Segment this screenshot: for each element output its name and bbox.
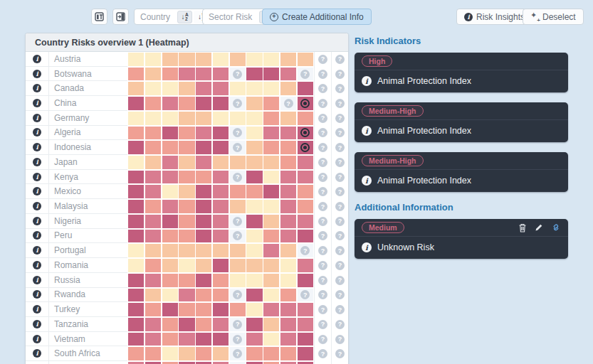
heat-cell[interactable] [246, 215, 262, 228]
heat-cell[interactable] [263, 230, 279, 243]
row-question-button-1[interactable]: ? [314, 214, 331, 229]
heat-cell-unknown[interactable]: ? [280, 97, 296, 110]
heat-cell-unknown[interactable]: ? [298, 244, 313, 257]
heat-cell[interactable] [280, 347, 296, 360]
heat-cell[interactable] [246, 318, 262, 331]
heat-cell[interactable] [179, 68, 194, 81]
heat-cell[interactable] [246, 141, 262, 154]
heat-cell[interactable] [145, 53, 161, 66]
heat-cell[interactable] [298, 127, 313, 140]
row-question-button-1[interactable]: ? [314, 317, 331, 332]
heat-cell[interactable] [179, 303, 194, 316]
heat-cell[interactable] [179, 289, 194, 302]
heat-cell[interactable] [280, 141, 296, 154]
row-question-button-2[interactable]: ? [331, 229, 348, 244]
row-question-button-1[interactable]: ? [314, 52, 331, 67]
heat-cell[interactable] [298, 171, 313, 184]
row-info-button[interactable]: i [26, 111, 49, 126]
heat-cell[interactable] [162, 333, 178, 346]
row-question-button-2[interactable]: ? [331, 288, 348, 303]
row-info-button[interactable]: i [26, 273, 49, 288]
heat-cell[interactable] [145, 82, 161, 95]
heat-cell-unknown[interactable]: ? [230, 333, 246, 346]
row-question-button-1[interactable]: ? [314, 361, 331, 364]
heat-cell[interactable] [246, 112, 262, 125]
row-question-button-2[interactable]: ? [331, 96, 348, 111]
heat-cell[interactable] [213, 318, 229, 331]
heat-cell[interactable] [179, 347, 194, 360]
row-info-button[interactable]: i [26, 361, 49, 364]
row-info-button[interactable]: i [26, 67, 49, 82]
heat-cell[interactable] [230, 303, 246, 316]
row-question-button-2[interactable]: ? [331, 170, 348, 185]
heat-cell[interactable] [230, 259, 246, 272]
row-question-button-1[interactable]: ? [314, 288, 331, 303]
heat-cell[interactable] [298, 112, 313, 125]
heat-cell[interactable] [280, 200, 296, 213]
heat-cell[interactable] [196, 127, 211, 140]
row-question-button-1[interactable]: ? [314, 302, 331, 317]
heat-cell[interactable] [162, 347, 178, 360]
row-question-button-1[interactable]: ? [314, 273, 331, 288]
heat-cell[interactable] [246, 127, 262, 140]
heat-cell-unknown[interactable]: ? [230, 215, 246, 228]
heat-cell[interactable] [179, 156, 194, 169]
heat-cell[interactable] [298, 347, 313, 360]
row-question-button-1[interactable]: ? [314, 96, 331, 111]
heat-cell[interactable] [246, 68, 262, 81]
risk-indicator-card[interactable]: Medium-High i Animal Protection Index [355, 152, 568, 192]
row-question-button-1[interactable]: ? [314, 243, 331, 258]
heat-cell[interactable] [298, 53, 313, 66]
heat-cell[interactable] [145, 230, 161, 243]
heat-cell[interactable] [145, 347, 161, 360]
heat-cell[interactable] [162, 215, 178, 228]
row-info-button[interactable]: i [26, 199, 49, 214]
heat-cell[interactable] [213, 141, 229, 154]
heat-cell[interactable] [128, 127, 144, 140]
heat-cell[interactable] [263, 274, 279, 287]
heat-cell[interactable] [230, 156, 246, 169]
row-question-button-2[interactable]: ? [331, 243, 348, 258]
row-question-button-2[interactable]: ? [331, 317, 348, 332]
row-question-button-1[interactable]: ? [314, 199, 331, 214]
heat-cell[interactable] [298, 333, 313, 346]
heat-cell[interactable] [280, 274, 296, 287]
heat-cell[interactable] [213, 112, 229, 125]
heat-cell[interactable] [128, 156, 144, 169]
heat-cell[interactable] [298, 156, 313, 169]
heat-cell[interactable] [179, 333, 194, 346]
heat-cell[interactable] [128, 244, 144, 257]
heat-cell[interactable] [280, 333, 296, 346]
heat-cell-unknown[interactable]: ? [230, 141, 246, 154]
heat-cell[interactable] [246, 347, 262, 360]
row-info-button[interactable]: i [26, 96, 49, 111]
heat-cell[interactable] [196, 289, 211, 302]
heat-cell[interactable] [213, 289, 229, 302]
heat-cell[interactable] [263, 244, 279, 257]
additional-info-card[interactable]: Medium i Unknown Risk [355, 219, 568, 259]
heat-cell[interactable] [128, 230, 144, 243]
heat-cell[interactable] [179, 259, 194, 272]
heat-cell[interactable] [246, 82, 262, 95]
heat-cell[interactable] [128, 141, 144, 154]
heat-cell[interactable] [196, 82, 211, 95]
heat-cell[interactable] [128, 185, 144, 198]
heat-cell[interactable] [179, 185, 194, 198]
heat-cell[interactable] [213, 347, 229, 360]
heat-cell[interactable] [230, 82, 246, 95]
row-question-button-2[interactable]: ? [331, 155, 348, 170]
row-info-button[interactable]: i [26, 302, 49, 317]
heat-cell[interactable] [128, 274, 144, 287]
heat-cell[interactable] [162, 127, 178, 140]
deselect-button[interactable]: ✦ + Deselect [523, 9, 584, 25]
row-question-button-2[interactable]: ? [331, 199, 348, 214]
heat-cell[interactable] [230, 112, 246, 125]
heat-cell[interactable] [196, 97, 211, 110]
heat-cell[interactable] [196, 347, 211, 360]
heat-cell[interactable] [145, 200, 161, 213]
heat-cell[interactable] [213, 200, 229, 213]
heat-cell[interactable] [128, 68, 144, 81]
row-info-button[interactable]: i [26, 214, 49, 229]
heat-cell[interactable] [179, 112, 194, 125]
heat-cell[interactable] [196, 53, 211, 66]
